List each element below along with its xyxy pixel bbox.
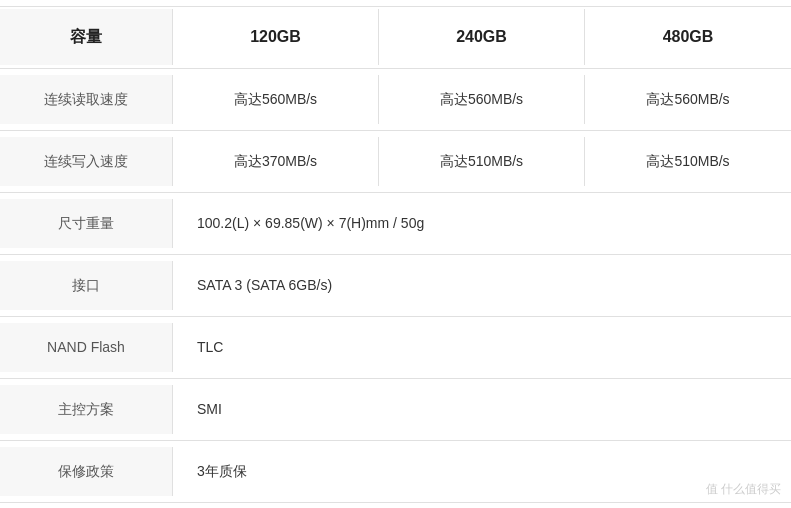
label-cell-nand-flash: NAND Flash [0,323,173,372]
spec-table: 容量 120GB 240GB 480GB 连续读取速度高达560MB/s高达56… [0,6,791,503]
col1-cell-seq-read: 高达560MB/s [173,75,379,124]
col1-cell-seq-write: 高达370MB/s [173,137,379,186]
col2-cell-seq-read: 高达560MB/s [379,75,585,124]
header-col1-cell: 120GB [173,9,379,65]
table-row: 连续写入速度高达370MB/s高达510MB/s高达510MB/s [0,131,791,193]
table-row: 连续读取速度高达560MB/s高达560MB/s高达560MB/s [0,69,791,131]
header-col3-cell: 480GB [585,9,791,65]
header-col3: 480GB [663,25,714,49]
label-cell-interface: 接口 [0,261,173,310]
table-row: 尺寸重量100.2(L) × 69.85(W) × 7(H)mm / 50g [0,193,791,255]
value-cell-warranty: 3年质保 [173,447,791,496]
header-col1: 120GB [250,25,301,49]
label-cell-size-weight: 尺寸重量 [0,199,173,248]
header-col2: 240GB [456,25,507,49]
col3-cell-seq-read: 高达560MB/s [585,75,791,124]
label-cell-seq-read: 连续读取速度 [0,75,173,124]
table-row: NAND FlashTLC [0,317,791,379]
table-row: 主控方案SMI [0,379,791,441]
value-cell-controller: SMI [173,385,791,434]
value-cell-interface: SATA 3 (SATA 6GB/s) [173,261,791,310]
table-row: 接口SATA 3 (SATA 6GB/s) [0,255,791,317]
label-cell-controller: 主控方案 [0,385,173,434]
label-cell-seq-write: 连续写入速度 [0,137,173,186]
table-body: 连续读取速度高达560MB/s高达560MB/s高达560MB/s连续写入速度高… [0,69,791,503]
value-cell-size-weight: 100.2(L) × 69.85(W) × 7(H)mm / 50g [173,199,791,248]
table-header-row: 容量 120GB 240GB 480GB [0,7,791,69]
header-col2-cell: 240GB [379,9,585,65]
col3-cell-seq-write: 高达510MB/s [585,137,791,186]
table-row: 保修政策3年质保 [0,441,791,503]
col2-cell-seq-write: 高达510MB/s [379,137,585,186]
value-cell-nand-flash: TLC [173,323,791,372]
header-label: 容量 [70,25,102,49]
header-label-cell: 容量 [0,9,173,65]
label-cell-warranty: 保修政策 [0,447,173,496]
